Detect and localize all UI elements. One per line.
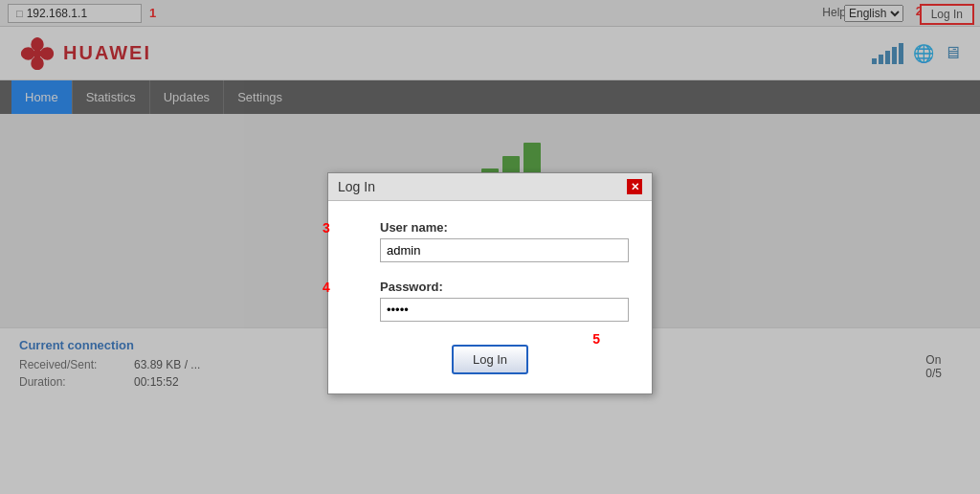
- login-dialog: Log In ✕ 3 User name: 4 Password: 5 Log …: [327, 172, 653, 394]
- password-input[interactable]: [380, 298, 629, 322]
- dialog-title-bar: Log In ✕: [328, 173, 652, 201]
- dialog-body: 3 User name: 4 Password: 5 Log In: [328, 201, 652, 393]
- label-4: 4: [323, 280, 330, 295]
- username-group: 3 User name:: [351, 220, 629, 276]
- dialog-close-button[interactable]: ✕: [627, 179, 642, 194]
- label-5: 5: [592, 331, 600, 347]
- login-button-area: 5 Log In: [351, 345, 629, 374]
- username-label: User name:: [380, 220, 629, 235]
- dialog-title: Log In: [338, 179, 375, 194]
- username-input[interactable]: [380, 238, 629, 262]
- login-submit-button[interactable]: Log In: [452, 345, 528, 374]
- password-label: Password:: [380, 280, 629, 294]
- label-3: 3: [323, 220, 330, 236]
- password-group: 4 Password:: [351, 280, 629, 335]
